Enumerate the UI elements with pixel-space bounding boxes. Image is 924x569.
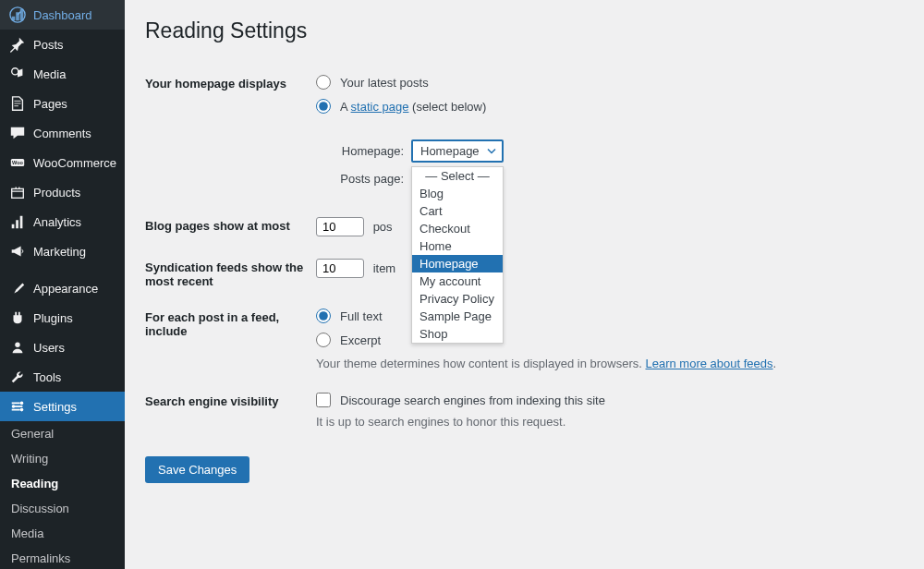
- feed-description: Your theme determines how content is dis…: [316, 357, 894, 370]
- each-post-label: For each post in a feed, include: [145, 299, 316, 383]
- search-visibility-checkbox-label: Discourage search engines from indexing …: [340, 393, 605, 407]
- sidebar-item-label: Users: [33, 341, 65, 355]
- tools-icon: [9, 369, 26, 385]
- homepage-displays-label: Your homepage displays: [145, 66, 316, 208]
- svg-rect-6: [12, 403, 20, 405]
- page-title: Reading Settings: [145, 18, 904, 43]
- sidebar-item-label: Settings: [33, 400, 77, 414]
- pin-icon: [9, 36, 26, 53]
- search-visibility-label: Search engine visibility: [145, 383, 316, 442]
- sidebar-item-products[interactable]: Products: [0, 177, 125, 207]
- svg-point-5: [15, 343, 19, 347]
- blog-pages-input[interactable]: [316, 217, 364, 236]
- svg-rect-7: [14, 406, 22, 407]
- dropdown-option[interactable]: Blog: [412, 185, 503, 202]
- learn-more-feeds-link[interactable]: Learn more about feeds: [645, 357, 772, 370]
- save-changes-button[interactable]: Save Changes: [145, 456, 249, 483]
- pages-icon: [9, 95, 26, 112]
- sidebar-item-marketing[interactable]: Marketing: [0, 236, 125, 266]
- users-icon: [9, 339, 26, 356]
- radio-full-text-label: Full text: [340, 309, 383, 323]
- search-visibility-description: It is up to search engines to honor this…: [316, 415, 894, 429]
- sidebar-item-label: Pages: [33, 97, 67, 111]
- comments-icon: [9, 125, 26, 141]
- svg-point-1: [12, 68, 18, 75]
- sidebar-item-pages[interactable]: Pages: [0, 89, 125, 118]
- dropdown-option[interactable]: Shop: [412, 325, 503, 343]
- sidebar-item-label: Appearance: [33, 282, 98, 296]
- svg-point-9: [20, 402, 24, 406]
- submenu-general[interactable]: General: [0, 421, 125, 446]
- dropdown-option[interactable]: Privacy Policy: [412, 290, 503, 308]
- marketing-icon: [9, 243, 26, 260]
- radio-excerpt-label: Excerpt: [340, 333, 381, 347]
- sidebar-item-label: Tools: [33, 370, 61, 384]
- homepage-select[interactable]: Homepage: [411, 139, 504, 163]
- sidebar-item-label: Plugins: [33, 311, 73, 325]
- sidebar-item-posts[interactable]: Posts: [0, 30, 125, 59]
- radio-static-page-label: A static page (select below): [340, 100, 486, 114]
- postspage-select-label: Posts page:: [316, 172, 404, 186]
- sidebar-item-tools[interactable]: Tools: [0, 362, 125, 392]
- homepage-dropdown: — Select — Blog Cart Checkout Home Homep…: [411, 166, 504, 344]
- sidebar-item-plugins[interactable]: Plugins: [0, 303, 125, 333]
- radio-excerpt[interactable]: [316, 333, 331, 347]
- dropdown-option[interactable]: Homepage: [412, 255, 503, 272]
- dashboard-icon: [9, 6, 26, 23]
- blog-pages-label: Blog pages show at most: [145, 208, 316, 249]
- sidebar-item-comments[interactable]: Comments: [0, 118, 125, 148]
- submenu-discussion[interactable]: Discussion: [0, 496, 125, 521]
- radio-latest-posts-label: Your latest posts: [340, 76, 429, 90]
- syndication-input[interactable]: [316, 259, 364, 278]
- svg-text:Woo: Woo: [12, 160, 24, 165]
- sidebar-item-label: Comments: [33, 127, 91, 140]
- svg-point-11: [20, 408, 24, 412]
- search-visibility-checkbox[interactable]: [316, 393, 331, 407]
- main-content: Reading Settings Your homepage displays …: [125, 0, 924, 569]
- sidebar-item-analytics[interactable]: Analytics: [0, 207, 125, 236]
- settings-icon: [9, 398, 26, 415]
- syndication-label: Syndication feeds show the most recent: [145, 249, 316, 299]
- sidebar-item-label: Posts: [33, 38, 64, 52]
- sidebar-item-dashboard[interactable]: Dashboard: [0, 0, 125, 30]
- sidebar-item-label: Products: [33, 186, 80, 200]
- admin-sidebar: Dashboard Posts Media Pages Comments Woo…: [0, 0, 125, 569]
- submenu-permalinks[interactable]: Permalinks: [0, 546, 125, 569]
- sidebar-item-settings[interactable]: Settings: [0, 392, 125, 421]
- svg-rect-8: [12, 409, 20, 411]
- sidebar-item-label: WooCommerce: [33, 156, 116, 170]
- products-icon: [9, 184, 26, 200]
- dropdown-option[interactable]: Sample Page: [412, 308, 503, 325]
- media-icon: [9, 66, 26, 82]
- sidebar-item-label: Dashboard: [33, 8, 92, 22]
- radio-full-text[interactable]: [316, 309, 331, 323]
- dropdown-option[interactable]: Cart: [412, 202, 503, 220]
- woo-icon: Woo: [9, 154, 26, 171]
- sidebar-item-label: Media: [33, 67, 66, 81]
- blog-pages-suffix: pos: [373, 220, 393, 234]
- analytics-icon: [9, 213, 26, 230]
- sidebar-item-media[interactable]: Media: [0, 59, 125, 89]
- sidebar-item-label: Analytics: [33, 215, 81, 229]
- submenu-writing[interactable]: Writing: [0, 446, 125, 471]
- sidebar-item-woocommerce[interactable]: Woo WooCommerce: [0, 148, 125, 177]
- dropdown-option[interactable]: Checkout: [412, 220, 503, 237]
- sidebar-item-users[interactable]: Users: [0, 333, 125, 362]
- radio-latest-posts[interactable]: [316, 75, 331, 90]
- homepage-select-label: Homepage:: [316, 144, 404, 158]
- dropdown-option[interactable]: My account: [412, 272, 503, 290]
- sidebar-item-label: Marketing: [33, 245, 86, 259]
- appearance-icon: [9, 280, 26, 297]
- static-page-link[interactable]: static page: [351, 100, 409, 114]
- submenu-reading[interactable]: Reading: [0, 471, 125, 496]
- sidebar-item-appearance[interactable]: Appearance: [0, 273, 125, 303]
- svg-rect-4: [12, 188, 24, 198]
- syndication-suffix: item: [373, 261, 396, 275]
- dropdown-option[interactable]: — Select —: [412, 167, 503, 185]
- radio-static-page[interactable]: [316, 99, 331, 114]
- dropdown-option[interactable]: Home: [412, 237, 503, 255]
- svg-point-10: [12, 405, 16, 408]
- submenu-media[interactable]: Media: [0, 521, 125, 546]
- chevron-down-icon: [487, 144, 496, 158]
- plugins-icon: [9, 309, 26, 326]
